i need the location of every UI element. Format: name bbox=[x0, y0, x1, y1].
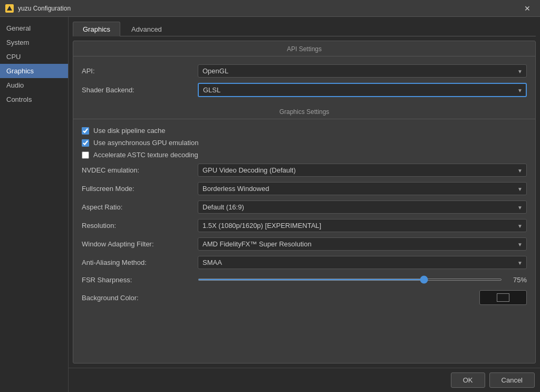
bg-color-swatch bbox=[497, 293, 509, 302]
aa-select[interactable]: None FXAA SMAA bbox=[198, 256, 527, 269]
shader-label: Shader Backend: bbox=[82, 86, 198, 94]
fsr-label: FSR Sharpness: bbox=[82, 276, 198, 284]
close-button[interactable]: ✕ bbox=[520, 1, 535, 16]
aspect-row: Aspect Ratio: Default (16:9) Force 4:3 F… bbox=[73, 198, 535, 216]
aspect-control: Default (16:9) Force 4:3 Force 21:9 Stre… bbox=[198, 200, 527, 214]
cancel-button[interactable]: Cancel bbox=[489, 372, 535, 388]
window-filter-select[interactable]: Nearest Neighbor Bilinear Bicubic Gaussi… bbox=[198, 237, 527, 251]
ok-button[interactable]: OK bbox=[451, 372, 485, 388]
api-select-wrapper: OpenGL Vulkan Null ▼ bbox=[198, 64, 527, 78]
checkbox-astc-label[interactable]: Accelerate ASTC texture decoding bbox=[93, 151, 198, 159]
api-label: API: bbox=[82, 67, 198, 75]
settings-panel: API Settings API: OpenGL Vulkan Null ▼ bbox=[73, 41, 536, 364]
nvdec-select[interactable]: GPU Video Decoding (Default) CPU Video D… bbox=[198, 164, 527, 177]
right-panel: Graphics Advanced API Settings API: Open… bbox=[69, 17, 540, 392]
api-control: OpenGL Vulkan Null ▼ bbox=[198, 64, 527, 78]
aa-label: Anti-Aliasing Method: bbox=[82, 259, 198, 266]
window-title: yuzu Configuration bbox=[18, 5, 520, 12]
bg-color-button[interactable] bbox=[479, 290, 527, 305]
checkbox-disk-cache: Use disk pipeline cache bbox=[73, 125, 535, 137]
bg-color-row: Background Color: bbox=[73, 288, 535, 308]
window-filter-control: Nearest Neighbor Bilinear Bicubic Gaussi… bbox=[198, 237, 527, 251]
fullscreen-control: Borderless Windowed Exclusive Fullscreen… bbox=[198, 182, 527, 195]
resolution-control: 0.5X (360p/540p) 0.75X (540p/810p) 1X (7… bbox=[198, 219, 527, 232]
sidebar-item-graphics[interactable]: Graphics bbox=[0, 64, 68, 78]
fullscreen-select[interactable]: Borderless Windowed Exclusive Fullscreen… bbox=[198, 182, 527, 195]
sidebar-item-controls[interactable]: Controls bbox=[0, 92, 68, 107]
fsr-row: FSR Sharpness: 75% bbox=[73, 272, 535, 288]
graphics-settings-header: Graphics Settings bbox=[73, 104, 535, 119]
app-icon bbox=[5, 4, 14, 13]
fullscreen-select-wrapper: Borderless Windowed Exclusive Fullscreen… bbox=[198, 182, 527, 195]
tab-advanced[interactable]: Advanced bbox=[121, 22, 172, 36]
svg-marker-0 bbox=[7, 6, 12, 11]
shader-row: Shader Backend: GLSL GLASM SPIRV ▼ bbox=[73, 80, 535, 100]
fullscreen-label: Fullscreen Mode: bbox=[82, 185, 198, 193]
bg-color-label: Background Color: bbox=[82, 294, 198, 302]
fsr-slider[interactable] bbox=[198, 279, 502, 281]
window-filter-select-wrapper: Nearest Neighbor Bilinear Bicubic Gaussi… bbox=[198, 237, 527, 251]
sidebar-item-cpu[interactable]: CPU bbox=[0, 50, 68, 64]
resolution-select[interactable]: 0.5X (360p/540p) 0.75X (540p/810p) 1X (7… bbox=[198, 219, 527, 232]
checkbox-disk-cache-label[interactable]: Use disk pipeline cache bbox=[93, 127, 166, 135]
titlebar: yuzu Configuration ✕ bbox=[0, 0, 540, 17]
checkbox-disk-cache-input[interactable] bbox=[82, 127, 89, 135]
checkbox-async-gpu: Use asynchronous GPU emulation bbox=[73, 137, 535, 149]
fullscreen-row: Fullscreen Mode: Borderless Windowed Exc… bbox=[73, 179, 535, 198]
aspect-select-wrapper: Default (16:9) Force 4:3 Force 21:9 Stre… bbox=[198, 200, 527, 214]
aa-select-wrapper: None FXAA SMAA ▼ bbox=[198, 256, 527, 269]
main-layout: General System CPU Graphics Audio Contro… bbox=[0, 17, 540, 392]
window-filter-label: Window Adapting Filter: bbox=[82, 240, 198, 248]
tab-bar: Graphics Advanced bbox=[73, 21, 536, 36]
api-row: API: OpenGL Vulkan Null ▼ bbox=[73, 62, 535, 80]
sidebar-item-system[interactable]: System bbox=[0, 35, 68, 50]
window-filter-row: Window Adapting Filter: Nearest Neighbor… bbox=[73, 235, 535, 253]
shader-control: GLSL GLASM SPIRV ▼ bbox=[198, 83, 527, 97]
resolution-row: Resolution: 0.5X (360p/540p) 0.75X (540p… bbox=[73, 216, 535, 235]
api-select[interactable]: OpenGL Vulkan Null bbox=[198, 64, 527, 78]
shader-select[interactable]: GLSL GLASM SPIRV bbox=[198, 83, 527, 97]
bg-color-control bbox=[198, 290, 527, 305]
aa-control: None FXAA SMAA ▼ bbox=[198, 256, 527, 269]
aa-row: Anti-Aliasing Method: None FXAA SMAA ▼ bbox=[73, 253, 535, 272]
content-area: Graphics Advanced API Settings API: Open… bbox=[69, 17, 540, 368]
checkbox-async-gpu-input[interactable] bbox=[82, 139, 89, 147]
shader-select-wrapper: GLSL GLASM SPIRV ▼ bbox=[198, 83, 527, 97]
sidebar: General System CPU Graphics Audio Contro… bbox=[0, 17, 69, 392]
nvdec-control: GPU Video Decoding (Default) CPU Video D… bbox=[198, 164, 527, 177]
sidebar-item-general[interactable]: General bbox=[0, 21, 68, 35]
fsr-slider-wrapper: 75% bbox=[198, 276, 527, 284]
resolution-select-wrapper: 0.5X (360p/540p) 0.75X (540p/810p) 1X (7… bbox=[198, 219, 527, 232]
nvdec-label: NVDEC emulation: bbox=[82, 166, 198, 174]
aspect-select[interactable]: Default (16:9) Force 4:3 Force 21:9 Stre… bbox=[198, 200, 527, 214]
checkbox-astc-input[interactable] bbox=[82, 151, 89, 159]
fsr-value: 75% bbox=[508, 276, 527, 284]
checkbox-async-gpu-label[interactable]: Use asynchronous GPU emulation bbox=[93, 139, 198, 147]
aspect-label: Aspect Ratio: bbox=[82, 203, 198, 211]
resolution-label: Resolution: bbox=[82, 222, 198, 230]
fsr-control: 75% bbox=[198, 276, 527, 284]
bottom-bar: OK Cancel bbox=[69, 368, 540, 392]
api-settings-header: API Settings bbox=[73, 41, 535, 56]
nvdec-row: NVDEC emulation: GPU Video Decoding (Def… bbox=[73, 161, 535, 179]
nvdec-select-wrapper: GPU Video Decoding (Default) CPU Video D… bbox=[198, 164, 527, 177]
sidebar-item-audio[interactable]: Audio bbox=[0, 78, 68, 92]
tab-graphics[interactable]: Graphics bbox=[73, 22, 120, 36]
checkbox-astc: Accelerate ASTC texture decoding bbox=[73, 149, 535, 161]
